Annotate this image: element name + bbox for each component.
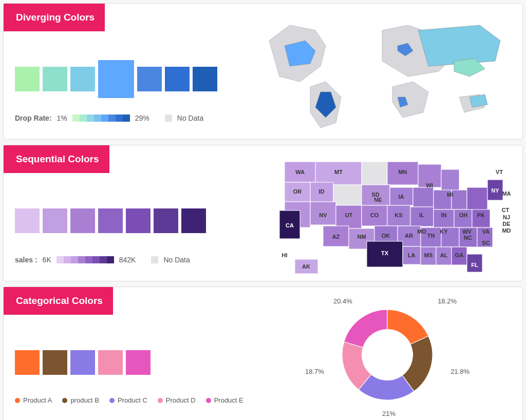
svg-text:GA: GA — [455, 252, 464, 258]
sequential-legend-key: sales : — [15, 256, 37, 264]
svg-text:OH: OH — [459, 212, 468, 218]
svg-text:KY: KY — [440, 228, 448, 235]
svg-text:NV: NV — [319, 212, 327, 218]
sequential-card: Sequential Colors sales : 6K 842K No Dat… — [3, 145, 523, 281]
svg-rect-8 — [333, 185, 362, 208]
us-map-svg: WAMTMN VT ORIDSD WIMI NYMA IA NVUTCO NE … — [264, 151, 511, 275]
donut-label-c: 21% — [382, 410, 396, 417]
color-swatch — [15, 350, 40, 375]
svg-text:AK: AK — [302, 263, 310, 270]
legend-label: product B — [70, 396, 99, 404]
sequential-high: 842K — [119, 256, 136, 264]
svg-text:NJ: NJ — [503, 214, 510, 220]
legend-label: Product D — [166, 396, 196, 404]
svg-text:VA: VA — [482, 228, 490, 235]
nodata-swatch — [151, 256, 158, 263]
legend-label: Product C — [118, 396, 147, 404]
diverging-nodata-label: No Data — [177, 114, 203, 122]
diverging-legend: Drop Rate: 1% 29% No Data — [15, 114, 261, 122]
legend-dot — [158, 398, 163, 403]
color-swatch — [98, 208, 123, 233]
legend-item: Product C — [109, 396, 147, 404]
svg-text:MA: MA — [502, 190, 511, 197]
color-swatch — [98, 350, 123, 375]
svg-rect-5 — [441, 169, 459, 193]
diverging-swatches — [15, 59, 261, 100]
svg-text:NM: NM — [357, 234, 366, 240]
legend-dot — [62, 398, 67, 403]
legend-dot — [206, 398, 211, 403]
legend-label: Product E — [214, 396, 243, 404]
diverging-card: Diverging Colors Drop Rate: 1% 29% No Da… — [3, 3, 523, 140]
svg-text:MS: MS — [424, 252, 433, 258]
svg-text:IN: IN — [441, 212, 447, 218]
svg-rect-11 — [413, 187, 434, 207]
categorical-swatches — [15, 342, 261, 383]
color-swatch — [43, 208, 67, 233]
categorical-title-badge: Categorical Colors — [4, 287, 113, 315]
svg-text:MD: MD — [502, 227, 511, 234]
svg-text:WV: WV — [462, 228, 472, 235]
color-swatch — [15, 208, 40, 233]
color-swatch — [43, 67, 67, 91]
svg-text:UT: UT — [345, 212, 353, 218]
world-map-area — [261, 10, 513, 133]
svg-text:VT: VT — [496, 169, 503, 175]
svg-text:MT: MT — [334, 169, 343, 175]
svg-text:WA: WA — [295, 169, 305, 175]
svg-text:CT: CT — [502, 207, 510, 213]
categorical-legend: Product Aproduct BProduct CProduct DProd… — [15, 396, 261, 404]
sequential-low: 6K — [43, 256, 51, 264]
color-swatch — [126, 350, 151, 375]
legend-label: Product A — [23, 396, 52, 404]
color-swatch — [193, 67, 217, 91]
legend-item: Product E — [206, 396, 243, 404]
donut-svg — [331, 298, 444, 411]
color-swatch — [43, 350, 67, 375]
svg-text:NE: NE — [374, 197, 382, 203]
donut-label-a: 18.2% — [438, 297, 457, 305]
sequential-legend: sales : 6K 842K No Data — [15, 256, 261, 264]
diverging-title-badge: Diverging Colors — [4, 4, 105, 31]
donut-label-e: 20.4% — [333, 297, 352, 305]
svg-text:HI: HI — [282, 252, 288, 258]
svg-text:NY: NY — [491, 187, 499, 194]
color-swatch — [165, 67, 190, 91]
svg-text:WI: WI — [426, 182, 433, 188]
color-swatch — [126, 208, 151, 233]
svg-text:OR: OR — [293, 188, 302, 195]
sequential-title-badge: Sequential Colors — [4, 145, 109, 173]
legend-item: product B — [62, 396, 99, 404]
donut-wrap: 18.2% 21.8% 21% 18.7% 20.4% — [305, 293, 469, 416]
svg-text:AZ: AZ — [332, 234, 340, 240]
color-swatch — [70, 208, 95, 233]
svg-text:CO: CO — [370, 212, 379, 218]
svg-text:MO: MO — [417, 228, 426, 235]
svg-text:MI: MI — [447, 192, 453, 198]
svg-rect-2 — [362, 162, 387, 185]
color-swatch — [181, 208, 206, 233]
svg-rect-14 — [467, 187, 487, 211]
us-map-area: WAMTMN VT ORIDSD WIMI NYMA IA NVUTCO NE … — [261, 151, 513, 275]
color-swatch — [154, 208, 178, 233]
sequential-gradient — [57, 256, 114, 263]
svg-text:ID: ID — [319, 188, 325, 195]
donut-chart-area: 18.2% 21.8% 21% 18.7% 20.4% — [261, 293, 513, 416]
donut-slice — [344, 310, 387, 348]
svg-text:OK: OK — [382, 233, 390, 239]
color-swatch — [70, 350, 95, 375]
svg-text:NC: NC — [464, 235, 472, 241]
svg-text:MN: MN — [398, 169, 407, 175]
svg-text:FL: FL — [471, 262, 478, 268]
diverging-legend-key: Drop Rate: — [15, 114, 52, 122]
color-swatch — [15, 67, 40, 91]
diverging-gradient — [72, 114, 130, 122]
svg-text:DE: DE — [502, 221, 510, 227]
svg-text:TX: TX — [381, 250, 389, 256]
donut-label-d: 18.7% — [305, 368, 324, 375]
svg-text:SC: SC — [482, 240, 490, 246]
legend-dot — [109, 398, 115, 403]
sequential-nodata-label: No Data — [163, 256, 190, 264]
color-swatch — [70, 67, 95, 91]
svg-rect-13 — [452, 190, 467, 209]
